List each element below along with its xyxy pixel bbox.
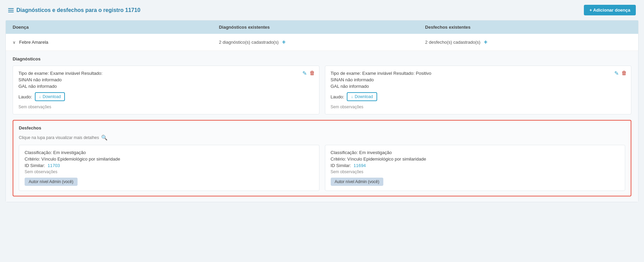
sinan-1: SINAN não informado <box>18 77 314 82</box>
table-header: Doença Diagnósticos existentes Desfechos… <box>6 20 638 34</box>
classificacao-2: Classificação: Em investigação <box>331 150 620 155</box>
desfechos-count-cell: 2 desfecho(s) cadastrado(s) + <box>425 39 631 46</box>
author-badge-2: Autor nível Admin (você) <box>331 178 384 186</box>
card-actions-2: ✎ 🗑 <box>614 70 627 77</box>
id-similar-label-1: ID Similar: <box>25 163 45 168</box>
criterio-2: Critério: Vínculo Epidemiológico por sim… <box>331 156 620 162</box>
title-text: Diagnósticos e desfechos para o registro… <box>16 7 140 13</box>
diagnostico-card-1: Tipo de exame: Exame inviável Resultado:… <box>13 66 319 114</box>
add-disease-button[interactable]: + Adicionar doença <box>584 5 636 15</box>
disease-name-label: Febre Amarela <box>19 40 48 45</box>
diagnosticos-count-label: 2 diagnóstico(s) cadastrado(s) <box>219 40 279 45</box>
id-similar-link-1[interactable]: 11703 <box>47 163 60 168</box>
download-label-1: Download <box>43 94 61 99</box>
tipo-text-1: Tipo de exame: Exame inviável Resultado: <box>18 71 102 76</box>
tipo-exame-1: Tipo de exame: Exame inviável Resultado: <box>18 71 314 76</box>
desfechos-section: Desfechos Clique na lupa para visualizar… <box>13 120 631 196</box>
col-desfechos: Desfechos existentes <box>425 25 631 30</box>
col-diagnosticos: Diagnósticos existentes <box>219 25 425 30</box>
diagnosticos-section-title: Diagnósticos <box>13 56 631 61</box>
main-container: Doença Diagnósticos existentes Desfechos… <box>5 20 639 202</box>
id-similar-link-2[interactable]: 11694 <box>354 163 366 168</box>
download-icon-1: ↓ <box>39 94 41 99</box>
download-icon-2: ↓ <box>351 94 353 99</box>
tipo-exame-2: Tipo de exame: Exame inviável Resultado:… <box>331 71 626 76</box>
menu-icon[interactable] <box>8 8 14 12</box>
id-similar-row-2: ID Similar: 11694 <box>331 163 620 168</box>
id-similar-row-1: ID Similar: 11703 <box>25 163 314 168</box>
page-header: Diagnósticos e desfechos para o registro… <box>0 0 644 20</box>
author-badge-1: Autor nível Admin (você) <box>25 178 78 186</box>
desfechos-count-label: 2 desfecho(s) cadastrado(s) <box>425 40 480 45</box>
disease-name-cell: ∨ Febre Amarela <box>13 40 219 45</box>
desfecho-hint: Clique na lupa para visualizar mais deta… <box>19 135 625 141</box>
desfechos-section-title: Desfechos <box>19 125 625 130</box>
page-title: Diagnósticos e desfechos para o registro… <box>8 7 140 13</box>
disease-row: ∨ Febre Amarela 2 diagnóstico(s) cadastr… <box>6 34 638 51</box>
sem-obs-desfecho-2: Sem observações <box>331 169 620 174</box>
laudo-label-1: Laudo: <box>18 94 32 99</box>
download-button-2[interactable]: ↓ Download <box>347 92 377 101</box>
edit-icon-2[interactable]: ✎ <box>614 70 619 77</box>
desfechos-cards-row: Classificação: Em investigação Critério:… <box>19 145 625 191</box>
tipo-text-2: Tipo de exame: Exame inviável Resultado:… <box>331 71 431 76</box>
sem-obs-2: Sem observações <box>331 105 626 109</box>
hint-text: Clique na lupa para visualizar mais deta… <box>19 135 99 140</box>
download-label-2: Download <box>355 94 373 99</box>
sem-obs-1: Sem observações <box>18 105 314 109</box>
classificacao-1: Classificação: Em investigação <box>25 150 314 155</box>
id-similar-label-2: ID Similar: <box>331 163 351 168</box>
laudo-row-2: Laudo: ↓ Download <box>331 91 626 102</box>
gal-1: GAL não informado <box>18 84 314 89</box>
col-doenca: Doença <box>13 25 219 30</box>
desfecho-card-2: Classificação: Em investigação Critério:… <box>325 145 626 191</box>
expanded-content: Diagnósticos Tipo de exame: Exame inviáv… <box>6 51 638 202</box>
diagnosticos-count-cell: 2 diagnóstico(s) cadastrado(s) + <box>219 39 425 46</box>
laudo-label-2: Laudo: <box>331 94 344 99</box>
gal-2: GAL não informado <box>331 84 626 89</box>
card-actions-1: ✎ 🗑 <box>302 70 315 77</box>
add-desfecho-button[interactable]: + <box>484 39 488 46</box>
download-button-1[interactable]: ↓ Download <box>35 92 65 101</box>
criterio-1: Critério: Vínculo Epidemiológico por sim… <box>25 156 314 162</box>
diagnosticos-cards-row: Tipo de exame: Exame inviável Resultado:… <box>13 66 631 114</box>
diagnostico-card-2: Tipo de exame: Exame inviável Resultado:… <box>325 66 632 114</box>
add-diagnostico-button[interactable]: + <box>282 39 286 46</box>
search-icon[interactable]: 🔍 <box>101 135 108 141</box>
desfecho-card-1: Classificação: Em investigação Critério:… <box>19 145 319 191</box>
edit-icon-1[interactable]: ✎ <box>302 70 307 77</box>
sem-obs-desfecho-1: Sem observações <box>25 169 314 174</box>
delete-icon-2[interactable]: 🗑 <box>621 70 627 77</box>
sinan-2: SINAN não informado <box>331 77 626 82</box>
delete-icon-1[interactable]: 🗑 <box>310 70 315 77</box>
chevron-down-icon[interactable]: ∨ <box>13 40 16 45</box>
laudo-row-1: Laudo: ↓ Download <box>18 91 314 102</box>
